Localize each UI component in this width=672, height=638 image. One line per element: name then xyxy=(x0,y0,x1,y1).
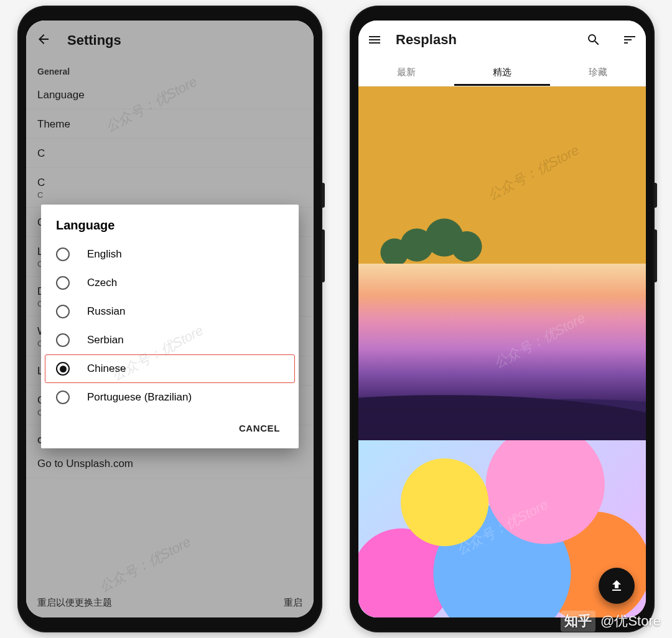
sort-icon[interactable] xyxy=(622,32,637,47)
option-label: Serbian xyxy=(87,334,124,346)
radio-icon xyxy=(56,333,70,347)
appbar: Resplash xyxy=(358,21,646,59)
zhihu-watermark: 知乎 @优Store xyxy=(561,611,661,632)
radio-icon xyxy=(56,305,70,318)
app-title: Resplash xyxy=(396,32,457,48)
option-label: English xyxy=(87,248,122,261)
option-label: Chinese xyxy=(87,363,126,375)
dialog-title: Language xyxy=(41,218,299,240)
tab-featured[interactable]: 精选 xyxy=(454,59,550,86)
tab-collections[interactable]: 珍藏 xyxy=(550,59,646,86)
screen-right: Resplash 最新 精选 珍藏 xyxy=(358,21,646,617)
phone-frame-right: Resplash 最新 精选 珍藏 xyxy=(350,6,655,632)
language-option-english[interactable]: English xyxy=(41,240,299,269)
phone-side-button xyxy=(655,229,657,282)
search-icon[interactable] xyxy=(586,32,601,47)
zhihu-logo-text: 知乎 xyxy=(561,611,595,632)
photo-card[interactable] xyxy=(358,264,646,441)
option-label: Russian xyxy=(87,305,125,318)
language-option-russian[interactable]: Russian xyxy=(41,297,299,326)
phone-side-button xyxy=(322,229,325,282)
phone-side-button xyxy=(322,183,325,208)
upload-fab[interactable] xyxy=(599,568,635,604)
screen-left: Settings General Language Theme C C C Q … xyxy=(26,21,314,617)
radio-icon xyxy=(56,247,70,261)
language-option-portuguese-br[interactable]: Portuguese (Brazilian) xyxy=(41,383,299,412)
zhihu-author: @优Store xyxy=(600,612,661,631)
option-label: Czech xyxy=(87,277,117,289)
menu-icon[interactable] xyxy=(367,32,382,47)
phone-frame-left: Settings General Language Theme C C C Q … xyxy=(17,6,322,632)
language-option-chinese[interactable]: Chinese xyxy=(45,354,295,383)
tab-row: 最新 精选 珍藏 xyxy=(358,59,646,86)
photo-card[interactable] xyxy=(358,86,646,264)
radio-icon xyxy=(56,276,70,290)
language-option-serbian[interactable]: Serbian xyxy=(41,326,299,354)
language-dialog: Language English Czech Russian Serbian xyxy=(41,205,299,448)
option-label: Portuguese (Brazilian) xyxy=(87,391,192,404)
cancel-button[interactable]: CANCEL xyxy=(233,418,286,438)
radio-icon-selected xyxy=(56,362,70,376)
photo-feed[interactable] xyxy=(358,86,646,617)
tab-latest[interactable]: 最新 xyxy=(358,59,454,86)
language-option-czech[interactable]: Czech xyxy=(41,269,299,297)
radio-icon xyxy=(56,391,70,404)
phone-side-button xyxy=(655,183,657,208)
